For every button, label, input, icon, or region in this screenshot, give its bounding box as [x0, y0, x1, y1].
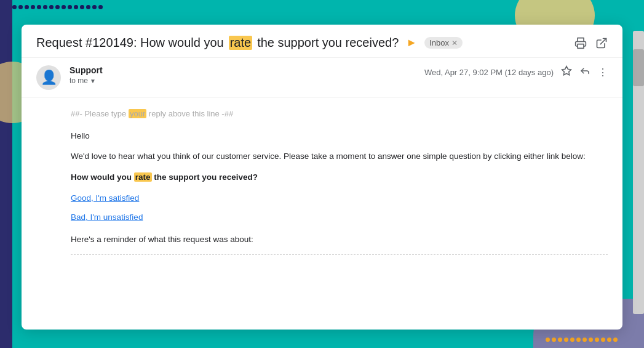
decorative-dots-bottom: [546, 338, 619, 342]
sender-info: Support to me ▼: [70, 65, 424, 85]
subject-arrow-icon: ►: [406, 36, 417, 49]
greeting: Hello: [71, 129, 608, 143]
svg-rect-0: [578, 44, 584, 48]
avatar: 👤: [36, 65, 61, 90]
avatar-person-icon: 👤: [41, 70, 57, 86]
subject-rate-highlight: rate: [229, 36, 252, 50]
decorative-dots-top: [12, 5, 105, 9]
inbox-close-icon[interactable]: ✕: [451, 39, 458, 47]
email-body: ##- Please type your reply above this li…: [22, 98, 622, 330]
reminder-text: Here's a reminder of what this request w…: [71, 233, 608, 246]
question-bold: How would you rate the support you recei…: [71, 171, 608, 184]
reply-hint: ##- Please type your reply above this li…: [71, 108, 608, 121]
scrollbar-thumb[interactable]: [633, 49, 644, 86]
svg-marker-2: [562, 67, 571, 75]
reply-icon[interactable]: [579, 65, 590, 79]
more-options-icon[interactable]: ⋮: [598, 67, 608, 78]
inbox-label: Inbox: [429, 38, 449, 47]
inbox-badge[interactable]: Inbox ✕: [424, 37, 463, 49]
email-timestamp: Wed, Apr 27, 9:02 PM (12 days ago): [424, 68, 554, 77]
good-link[interactable]: Good, I'm satisfied: [71, 192, 608, 205]
open-new-tab-icon[interactable]: [595, 37, 608, 49]
intro-text: We'd love to hear what you think of our …: [71, 150, 608, 163]
body-divider: [71, 254, 608, 255]
sender-to[interactable]: to me ▼: [70, 76, 424, 85]
bad-link[interactable]: Bad, I'm unsatisfied: [71, 211, 608, 224]
email-header: Request #120149: How would you rate the …: [22, 25, 622, 58]
question-rate-highlight: rate: [134, 172, 152, 182]
background-left-bar: [0, 0, 12, 348]
sender-name: Support: [70, 65, 424, 75]
subject-prefix: Request #120149: How would you: [36, 36, 224, 50]
to-chevron-icon[interactable]: ▼: [90, 78, 96, 84]
header-action-icons: [574, 37, 608, 49]
sender-actions: Wed, Apr 27, 9:02 PM (12 days ago) ⋮: [424, 65, 608, 79]
star-icon[interactable]: [561, 65, 572, 79]
scrollbar[interactable]: [633, 31, 644, 314]
reply-hint-suffix: reply above this line -##: [146, 109, 233, 118]
reply-hint-prefix: ##- Please type: [71, 109, 129, 118]
question-suffix: the support you received?: [152, 172, 258, 182]
email-subject: Request #120149: How would you rate the …: [36, 36, 565, 50]
subject-suffix: the support you received?: [257, 36, 399, 50]
svg-line-1: [600, 38, 606, 44]
reply-hint-highlight: your: [129, 109, 146, 118]
question-prefix: How would you: [71, 172, 134, 182]
print-icon[interactable]: [574, 37, 587, 49]
sender-row: 👤 Support to me ▼ Wed, Apr 27, 9:02 PM (…: [22, 58, 622, 98]
email-card: Request #120149: How would you rate the …: [22, 25, 622, 330]
